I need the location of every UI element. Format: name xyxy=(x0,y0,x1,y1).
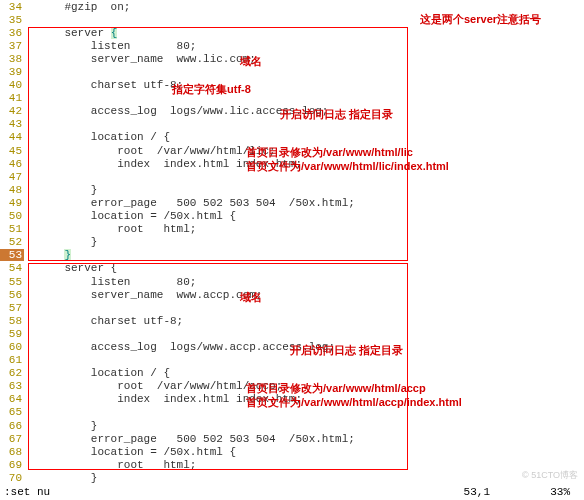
line-content: location / { xyxy=(24,367,170,379)
code-line[interactable]: 40 charset utf-8; xyxy=(0,79,584,92)
code-line[interactable]: 55 listen 80; xyxy=(0,275,584,288)
code-line[interactable]: 34 #gzip on; xyxy=(0,0,584,13)
code-line[interactable]: 43 xyxy=(0,118,584,131)
line-number: 55 xyxy=(0,276,24,288)
line-number: 61 xyxy=(0,354,24,366)
line-number: 34 xyxy=(0,1,24,13)
line-number: 66 xyxy=(0,420,24,432)
line-content: location / { xyxy=(24,131,170,143)
line-number: 35 xyxy=(0,14,24,26)
code-line[interactable]: 41 xyxy=(0,92,584,105)
line-content: server_name www.lic.com; xyxy=(24,53,256,65)
code-line[interactable]: 68 location = /50x.html { xyxy=(0,445,584,458)
line-number: 65 xyxy=(0,406,24,418)
line-number: 46 xyxy=(0,158,24,170)
watermark: © 51CTO博客 xyxy=(522,469,578,482)
code-line[interactable]: 47 xyxy=(0,170,584,183)
code-line[interactable]: 35 xyxy=(0,13,584,26)
line-content: charset utf-8; xyxy=(24,315,183,327)
line-number: 43 xyxy=(0,118,24,130)
code-line[interactable]: 54 server { xyxy=(0,262,584,275)
line-content: server { xyxy=(24,27,117,39)
code-line[interactable]: 36 server { xyxy=(0,26,584,39)
line-number: 39 xyxy=(0,66,24,78)
line-content: error_page 500 502 503 504 /50x.html; xyxy=(24,433,355,445)
line-number: 69 xyxy=(0,459,24,471)
code-line[interactable]: 63 root /var/www/html/accp; xyxy=(0,380,584,393)
code-line[interactable]: 65 xyxy=(0,406,584,419)
code-line[interactable]: 70 } xyxy=(0,471,584,484)
code-line[interactable]: 52 } xyxy=(0,236,584,249)
code-line[interactable]: 46 index index.html index.htm; xyxy=(0,157,584,170)
line-content: root html; xyxy=(24,223,196,235)
line-content: server { xyxy=(24,262,117,274)
line-number: 59 xyxy=(0,328,24,340)
code-line[interactable]: 67 error_page 500 502 503 504 /50x.html; xyxy=(0,432,584,445)
line-number: 49 xyxy=(0,197,24,209)
line-number: 42 xyxy=(0,105,24,117)
code-line[interactable]: 61 xyxy=(0,354,584,367)
code-editor[interactable]: 34 #gzip on;3536 server {37 listen 80;38… xyxy=(0,0,584,498)
code-line[interactable]: 38 server_name www.lic.com; xyxy=(0,52,584,65)
line-number: 38 xyxy=(0,53,24,65)
line-number: 52 xyxy=(0,236,24,248)
status-command: :set nu xyxy=(4,486,420,500)
line-content: listen 80; xyxy=(24,276,196,288)
code-line[interactable]: 49 error_page 500 502 503 504 /50x.html; xyxy=(0,196,584,209)
code-line[interactable]: 64 index index.html index.htm; xyxy=(0,393,584,406)
code-line[interactable]: 44 location / { xyxy=(0,131,584,144)
line-content: } xyxy=(24,249,71,261)
line-content: root /var/www/html/lic; xyxy=(24,145,276,157)
line-number: 45 xyxy=(0,145,24,157)
line-number: 57 xyxy=(0,302,24,314)
line-content: } xyxy=(24,236,97,248)
line-number: 58 xyxy=(0,315,24,327)
code-line[interactable]: 51 root html; xyxy=(0,223,584,236)
line-content: root html; xyxy=(24,459,196,471)
code-line[interactable]: 59 xyxy=(0,327,584,340)
code-line[interactable]: 50 location = /50x.html { xyxy=(0,210,584,223)
line-number: 60 xyxy=(0,341,24,353)
line-number: 64 xyxy=(0,393,24,405)
code-line[interactable]: 66 } xyxy=(0,419,584,432)
code-line[interactable]: 42 access_log logs/www.lic.access.log; xyxy=(0,105,584,118)
code-line[interactable]: 53 } xyxy=(0,249,584,262)
code-line[interactable]: 60 access_log logs/www.accp.access.log; xyxy=(0,340,584,353)
line-content: } xyxy=(24,472,97,484)
line-number: 44 xyxy=(0,131,24,143)
line-content: location = /50x.html { xyxy=(24,210,236,222)
line-number: 41 xyxy=(0,92,24,104)
line-content: index index.html index.htm; xyxy=(24,158,302,170)
code-line[interactable]: 62 location / { xyxy=(0,367,584,380)
code-line[interactable]: 57 xyxy=(0,301,584,314)
line-number: 51 xyxy=(0,223,24,235)
code-line[interactable]: 56 server_name www.accp.com; xyxy=(0,288,584,301)
line-number: 37 xyxy=(0,40,24,52)
line-number: 47 xyxy=(0,171,24,183)
line-number: 36 xyxy=(0,27,24,39)
code-line[interactable]: 39 xyxy=(0,65,584,78)
code-line[interactable]: 37 listen 80; xyxy=(0,39,584,52)
line-content: charset utf-8; xyxy=(24,79,183,91)
line-content: #gzip on; xyxy=(24,1,130,13)
line-content: root /var/www/html/accp; xyxy=(24,380,282,392)
code-line[interactable]: 45 root /var/www/html/lic; xyxy=(0,144,584,157)
line-content: } xyxy=(24,184,97,196)
status-percent: 33% xyxy=(520,486,580,500)
line-content: } xyxy=(24,420,97,432)
line-content: index index.html index.htm; xyxy=(24,393,302,405)
line-number: 48 xyxy=(0,184,24,196)
line-number: 70 xyxy=(0,472,24,484)
line-content: access_log logs/www.lic.access.log; xyxy=(24,105,328,117)
line-content: server_name www.accp.com; xyxy=(24,289,262,301)
line-content: access_log logs/www.accp.access.log; xyxy=(24,341,335,353)
line-content: listen 80; xyxy=(24,40,196,52)
line-number: 56 xyxy=(0,289,24,301)
status-bar: :set nu 53,1 33% xyxy=(0,486,584,500)
code-line[interactable]: 48 } xyxy=(0,183,584,196)
line-number: 63 xyxy=(0,380,24,392)
line-number: 54 xyxy=(0,262,24,274)
code-line[interactable]: 58 charset utf-8; xyxy=(0,314,584,327)
code-line[interactable]: 69 root html; xyxy=(0,458,584,471)
line-content: error_page 500 502 503 504 /50x.html; xyxy=(24,197,355,209)
